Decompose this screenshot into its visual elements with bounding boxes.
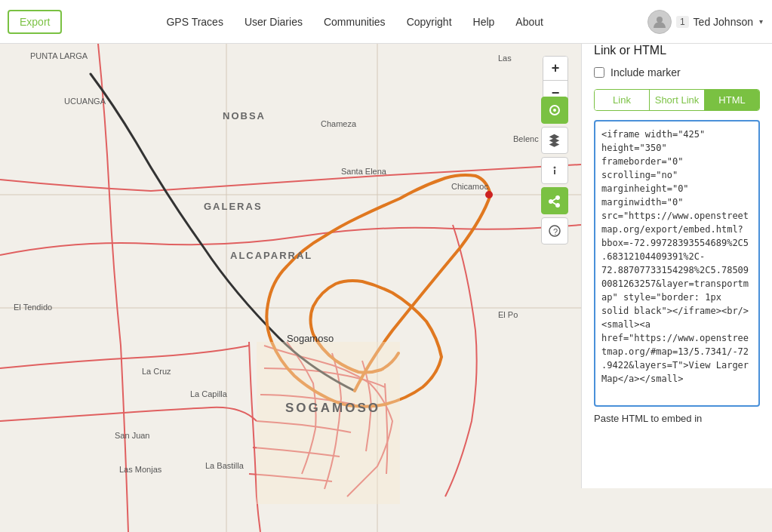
user-dropdown-icon[interactable]: ▾ xyxy=(759,17,763,26)
svg-point-8 xyxy=(554,167,556,169)
share-tabs: Link Short Link HTML xyxy=(594,89,760,111)
nav-help[interactable]: Help xyxy=(473,16,495,28)
info-button[interactable] xyxy=(541,157,568,184)
html-textarea[interactable]: <iframe width="425" height="350" framebo… xyxy=(594,120,760,407)
query-button[interactable]: ? xyxy=(541,217,568,244)
nav-copyright[interactable]: Copyright xyxy=(407,16,452,28)
avatar xyxy=(647,10,672,34)
html-tab[interactable]: HTML xyxy=(705,90,759,110)
svg-rect-6 xyxy=(257,342,400,504)
user-name: Ted Johnson xyxy=(694,16,753,28)
svg-text:?: ? xyxy=(553,227,558,236)
svg-point-0 xyxy=(657,17,663,23)
include-marker-checkbox[interactable] xyxy=(594,67,604,78)
include-marker-label[interactable]: Include marker xyxy=(611,66,681,78)
include-marker-row: Include marker xyxy=(594,66,760,78)
nav-user-diaries[interactable]: User Diaries xyxy=(245,16,303,28)
share-panel: Share × Link or HTML Include marker Link… xyxy=(581,0,772,488)
layers-button[interactable] xyxy=(541,127,568,154)
app-header: Export GPS Traces User Diaries Communiti… xyxy=(0,0,772,44)
export-button[interactable]: Export xyxy=(8,10,62,34)
nav-communities[interactable]: Communities xyxy=(324,16,386,28)
main-nav: GPS Traces User Diaries Communities Copy… xyxy=(62,16,647,28)
paste-html-label: Paste HTML to embed in xyxy=(594,413,760,424)
zoom-in-button[interactable]: + xyxy=(543,57,567,81)
link-or-html-label: Link or HTML xyxy=(594,44,760,57)
nav-about[interactable]: About xyxy=(515,16,543,28)
short-link-tab[interactable]: Short Link xyxy=(650,90,705,110)
map-svg xyxy=(0,44,581,532)
link-tab[interactable]: Link xyxy=(595,90,650,110)
user-badge: 1 xyxy=(676,16,689,28)
nav-gps-traces[interactable]: GPS Traces xyxy=(166,16,223,28)
user-area[interactable]: 1 Ted Johnson ▾ xyxy=(647,10,763,34)
location-button[interactable] xyxy=(541,97,568,124)
map-controls: ? xyxy=(541,97,568,244)
svg-point-7 xyxy=(485,191,493,198)
share-button[interactable] xyxy=(541,187,568,214)
